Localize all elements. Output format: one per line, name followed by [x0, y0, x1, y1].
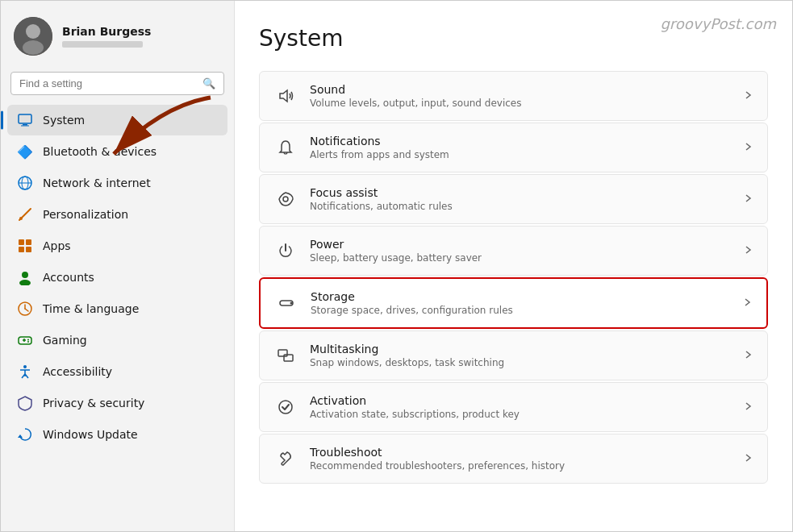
- setting-title-power: Power: [310, 238, 730, 251]
- sidebar-item-label-system: System: [43, 114, 85, 127]
- sidebar-item-personalization[interactable]: Personalization: [7, 199, 227, 230]
- setting-title-notifications: Notifications: [310, 135, 730, 148]
- setting-chevron-notifications: [743, 141, 753, 154]
- svg-rect-14: [19, 247, 24, 252]
- notifications-icon: [274, 136, 297, 159]
- update-icon: [17, 426, 33, 443]
- setting-desc-troubleshoot: Recommended troubleshooters, preferences…: [310, 460, 730, 472]
- nav-items: System🔷Bluetooth & devicesNetwork & inte…: [1, 102, 234, 453]
- setting-title-sound: Sound: [310, 83, 730, 96]
- sidebar-item-label-apps: Apps: [43, 239, 71, 252]
- setting-item-multitasking[interactable]: MultitaskingSnap windows, desktops, task…: [259, 330, 768, 380]
- avatar-image: [14, 17, 52, 56]
- svg-rect-15: [26, 247, 31, 252]
- setting-chevron-storage: [742, 297, 752, 310]
- sidebar-item-gaming[interactable]: Gaming: [7, 325, 227, 355]
- svg-rect-37: [278, 350, 287, 356]
- network-icon: [17, 175, 33, 191]
- user-name: Brian Burgess: [62, 25, 151, 38]
- sidebar-item-network[interactable]: Network & internet: [7, 168, 227, 198]
- sidebar-item-system[interactable]: System: [7, 105, 227, 135]
- user-bar: [62, 41, 143, 48]
- focus-assist-icon: [274, 188, 297, 210]
- setting-text-notifications: NotificationsAlerts from apps and system: [310, 135, 730, 160]
- system-icon: [17, 112, 33, 128]
- setting-text-multitasking: MultitaskingSnap windows, desktops, task…: [310, 343, 730, 368]
- svg-rect-3: [19, 114, 31, 123]
- sidebar-item-time[interactable]: Time & language: [7, 293, 227, 324]
- setting-item-focus-assist[interactable]: Focus assistNotifications, automatic rul…: [259, 174, 768, 224]
- setting-chevron-sound: [743, 89, 753, 102]
- search-box[interactable]: 🔍: [10, 72, 224, 95]
- gaming-icon: [17, 332, 33, 348]
- user-profile: Brian Burgess: [1, 1, 234, 69]
- setting-title-activation: Activation: [310, 394, 730, 407]
- sidebar-item-label-time: Time & language: [43, 302, 139, 315]
- svg-rect-5: [21, 126, 29, 127]
- sidebar-item-label-personalization: Personalization: [43, 208, 128, 221]
- setting-text-troubleshoot: TroubleshootRecommended troubleshooters,…: [310, 446, 730, 472]
- search-icon: 🔍: [202, 77, 215, 89]
- setting-text-focus-assist: Focus assistNotifications, automatic rul…: [310, 186, 730, 212]
- svg-point-24: [27, 339, 29, 341]
- svg-line-20: [25, 309, 28, 311]
- sidebar-item-label-network: Network & internet: [43, 177, 151, 189]
- setting-desc-storage: Storage space, drives, configuration rul…: [311, 305, 729, 316]
- setting-title-storage: Storage: [311, 290, 729, 303]
- setting-item-notifications[interactable]: NotificationsAlerts from apps and system: [259, 123, 768, 172]
- accessibility-icon: [17, 364, 33, 380]
- setting-item-sound[interactable]: SoundVolume levels, output, input, sound…: [259, 71, 768, 121]
- setting-text-sound: SoundVolume levels, output, input, sound…: [310, 83, 730, 109]
- sidebar-item-label-privacy: Privacy & security: [43, 397, 144, 409]
- setting-chevron-power: [743, 244, 753, 257]
- sidebar-item-bluetooth[interactable]: 🔷Bluetooth & devices: [7, 136, 227, 167]
- svg-point-2: [23, 40, 44, 55]
- storage-icon: [275, 292, 298, 314]
- watermark: groovyPost.com: [660, 15, 776, 32]
- sidebar-item-apps[interactable]: Apps: [7, 231, 227, 261]
- sidebar-item-privacy[interactable]: Privacy & security: [7, 388, 227, 418]
- sidebar-item-update[interactable]: Windows Update: [7, 419, 227, 450]
- setting-title-troubleshoot: Troubleshoot: [310, 446, 730, 459]
- user-info: Brian Burgess: [62, 25, 151, 48]
- setting-desc-focus-assist: Notifications, automatic rules: [310, 201, 730, 212]
- svg-point-39: [279, 401, 292, 414]
- svg-point-17: [19, 280, 31, 285]
- setting-chevron-troubleshoot: [743, 452, 753, 465]
- setting-title-focus-assist: Focus assist: [310, 186, 730, 199]
- setting-chevron-activation: [743, 401, 753, 414]
- sidebar-item-label-update: Windows Update: [43, 428, 138, 441]
- power-icon: [274, 239, 297, 262]
- svg-point-16: [22, 272, 28, 278]
- avatar-svg: [14, 17, 52, 56]
- accounts-icon: [17, 269, 33, 285]
- svg-rect-38: [284, 355, 293, 361]
- svg-point-26: [23, 365, 27, 368]
- svg-point-1: [26, 24, 40, 39]
- sidebar-item-label-accounts: Accounts: [43, 271, 94, 284]
- app-container: groovyPost.com Brian Burgess: [1, 1, 792, 531]
- search-input[interactable]: [19, 77, 196, 89]
- sidebar-item-accounts[interactable]: Accounts: [7, 262, 227, 293]
- svg-rect-13: [26, 239, 31, 245]
- svg-point-11: [19, 217, 23, 220]
- setting-title-multitasking: Multitasking: [310, 343, 730, 355]
- setting-item-power[interactable]: PowerSleep, battery usage, battery saver: [259, 226, 768, 276]
- setting-desc-sound: Volume levels, output, input, sound devi…: [310, 98, 730, 109]
- privacy-icon: [17, 395, 33, 411]
- svg-marker-31: [18, 434, 23, 438]
- multitasking-icon: [274, 344, 297, 367]
- setting-text-power: PowerSleep, battery usage, battery saver: [310, 238, 730, 264]
- setting-item-storage[interactable]: StorageStorage space, drives, configurat…: [259, 277, 768, 329]
- setting-text-storage: StorageStorage space, drives, configurat…: [311, 290, 729, 316]
- settings-list: SoundVolume levels, output, input, sound…: [259, 71, 768, 484]
- svg-point-34: [283, 197, 288, 202]
- svg-text:🔷: 🔷: [17, 144, 33, 160]
- sidebar-item-accessibility[interactable]: Accessibility: [7, 356, 227, 387]
- svg-point-36: [290, 302, 293, 305]
- bluetooth-icon: 🔷: [17, 143, 33, 160]
- sidebar-item-label-bluetooth: Bluetooth & devices: [43, 145, 157, 158]
- setting-item-activation[interactable]: ActivationActivation state, subscription…: [259, 382, 768, 432]
- setting-item-troubleshoot[interactable]: TroubleshootRecommended troubleshooters,…: [259, 434, 768, 484]
- sidebar: Brian Burgess 🔍 System🔷Bluetooth & devic…: [1, 1, 235, 531]
